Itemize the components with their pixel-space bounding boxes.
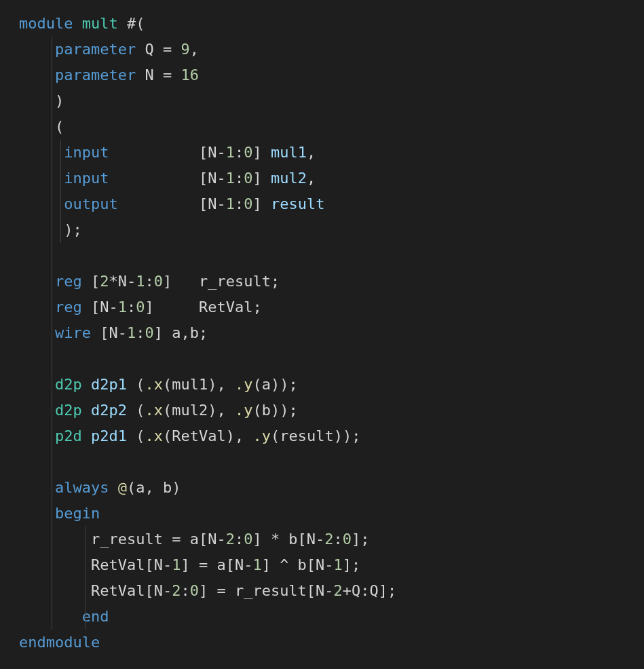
code-line[interactable]: end bbox=[19, 604, 644, 630]
token-var: result bbox=[271, 195, 324, 212]
token-txt: +Q:Q]; bbox=[343, 582, 396, 599]
token-txt: ]; bbox=[352, 531, 370, 548]
token-txt bbox=[19, 299, 55, 316]
token-txt bbox=[19, 170, 64, 187]
code-line[interactable]: wire [N-1:0] a,b; bbox=[19, 320, 644, 346]
token-kw: always bbox=[55, 479, 109, 496]
token-txt: ] bbox=[252, 195, 271, 212]
code-line[interactable]: reg [2*N-1:0] r_result; bbox=[19, 269, 644, 294]
token-txt: [N- bbox=[109, 144, 225, 161]
token-num: 0 bbox=[244, 195, 252, 212]
token-num: 2 bbox=[324, 531, 333, 548]
token-txt bbox=[19, 66, 55, 83]
token-txt: : bbox=[181, 582, 189, 599]
code-line[interactable]: RetVal[N-2:0] = r_result[N-2+Q:Q]; bbox=[19, 578, 644, 604]
token-num: 1 bbox=[334, 556, 343, 573]
token-txt bbox=[19, 427, 55, 444]
token-num: 1 bbox=[226, 144, 235, 161]
token-txt: : bbox=[145, 273, 153, 290]
token-txt: N = bbox=[136, 66, 181, 83]
token-txt: RetVal[N- bbox=[19, 582, 172, 599]
code-line[interactable]: always @(a, b) bbox=[19, 475, 644, 501]
token-kw: begin bbox=[55, 505, 100, 522]
token-fn: .y bbox=[235, 402, 253, 419]
token-txt bbox=[82, 376, 91, 393]
token-txt: ) bbox=[19, 92, 64, 109]
code-line[interactable]: parameter N = 16 bbox=[19, 62, 644, 88]
token-type: mult bbox=[82, 15, 118, 32]
token-txt: ] ^ b[N- bbox=[262, 556, 334, 573]
code-line[interactable]: ( bbox=[19, 114, 644, 140]
token-txt: ] * b[N- bbox=[252, 531, 324, 548]
token-txt: (b)); bbox=[252, 402, 297, 419]
token-txt: ( bbox=[127, 402, 145, 419]
token-txt: (a, b) bbox=[127, 479, 181, 496]
token-txt: : bbox=[136, 324, 145, 341]
token-txt: [N- bbox=[82, 299, 118, 316]
token-kw: input bbox=[64, 144, 109, 161]
token-num: 1 bbox=[226, 170, 235, 187]
token-num: 2 bbox=[226, 531, 235, 548]
token-kw: endmodule bbox=[19, 634, 100, 651]
code-line[interactable]: reg [N-1:0] RetVal; bbox=[19, 294, 644, 320]
token-type: p2d bbox=[55, 427, 82, 444]
code-line[interactable]: ); bbox=[19, 217, 644, 243]
token-num: 2 bbox=[100, 273, 109, 290]
token-txt bbox=[109, 479, 117, 496]
code-line[interactable]: r_result = a[N-2:0] * b[N-2:0]; bbox=[19, 527, 644, 552]
token-var: mul1 bbox=[271, 144, 307, 161]
token-var: mul2 bbox=[271, 170, 307, 187]
token-txt bbox=[19, 505, 55, 522]
code-line[interactable]: p2d p2d1 (.x(RetVal), .y(result)); bbox=[19, 423, 644, 449]
code-line[interactable]: module mult #( bbox=[19, 11, 644, 37]
token-num: 0 bbox=[244, 531, 252, 548]
token-txt: : bbox=[334, 531, 343, 548]
token-txt: ( bbox=[127, 427, 145, 444]
token-num: 1 bbox=[127, 324, 136, 341]
code-line[interactable] bbox=[19, 449, 644, 475]
token-kw: parameter bbox=[55, 66, 136, 83]
token-kw: reg bbox=[55, 299, 82, 316]
code-line[interactable]: parameter Q = 9, bbox=[19, 37, 644, 62]
code-line[interactable]: begin bbox=[19, 501, 644, 527]
token-txt: ( bbox=[19, 118, 64, 135]
token-txt: (result)); bbox=[271, 427, 360, 444]
token-type: d2p bbox=[55, 402, 82, 419]
token-txt: , bbox=[190, 41, 199, 58]
code-line[interactable]: input [N-1:0] mul2, bbox=[19, 166, 644, 191]
token-txt: [N- bbox=[118, 195, 226, 212]
code-line[interactable]: output [N-1:0] result bbox=[19, 191, 644, 217]
code-line[interactable]: RetVal[N-1] = a[N-1] ^ b[N-1]; bbox=[19, 552, 644, 578]
token-txt bbox=[19, 195, 64, 212]
token-txt bbox=[19, 479, 55, 496]
token-txt bbox=[19, 41, 55, 58]
code-line[interactable]: d2p d2p1 (.x(mul1), .y(a)); bbox=[19, 372, 644, 398]
code-editor[interactable]: module mult #( parameter Q = 9, paramete… bbox=[0, 0, 644, 655]
token-fn: .y bbox=[252, 427, 271, 444]
token-txt: : bbox=[235, 531, 244, 548]
token-txt: ( bbox=[127, 376, 145, 393]
code-line[interactable]: endmodule bbox=[19, 630, 644, 655]
token-txt: ] bbox=[252, 144, 271, 161]
code-line[interactable]: d2p d2p2 (.x(mul2), .y(b)); bbox=[19, 398, 644, 423]
token-var: p2d1 bbox=[91, 427, 127, 444]
token-txt: ] RetVal; bbox=[145, 299, 261, 316]
code-line[interactable]: input [N-1:0] mul1, bbox=[19, 140, 644, 166]
token-kw: module bbox=[19, 15, 73, 32]
token-num: 0 bbox=[190, 582, 199, 599]
token-num: 16 bbox=[181, 66, 199, 83]
code-line[interactable] bbox=[19, 243, 644, 269]
token-txt bbox=[19, 376, 55, 393]
code-line[interactable]: ) bbox=[19, 88, 644, 114]
token-txt: ] r_result; bbox=[163, 273, 280, 290]
token-var: d2p2 bbox=[91, 402, 127, 419]
token-kw: parameter bbox=[55, 41, 136, 58]
token-txt bbox=[19, 324, 55, 341]
token-fn: .x bbox=[145, 376, 163, 393]
token-txt: #( bbox=[118, 15, 145, 32]
code-line[interactable] bbox=[19, 346, 644, 372]
token-txt: ] a,b; bbox=[154, 324, 208, 341]
token-kw: wire bbox=[55, 324, 91, 341]
token-kw: reg bbox=[55, 273, 82, 290]
token-txt: Q = bbox=[136, 41, 181, 58]
